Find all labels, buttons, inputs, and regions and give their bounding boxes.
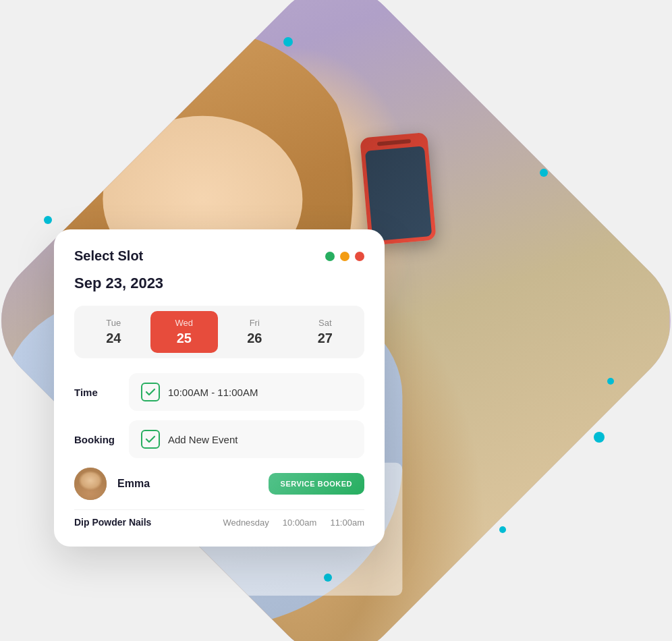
booking-check-icon	[141, 430, 160, 449]
day-num-sat: 27	[318, 331, 333, 346]
booking-value-box[interactable]: Add New Event	[129, 420, 364, 458]
booking-row: Booking Add New Event	[74, 420, 364, 458]
day-item-tue[interactable]: Tue 24	[80, 311, 148, 353]
booking-value: Add New Event	[168, 434, 237, 445]
card-header: Select Slot	[74, 248, 364, 264]
time-row: Time 10:00AM - 11:00AM	[74, 373, 364, 411]
decorative-dot-6	[607, 378, 614, 385]
avatar-inner	[74, 468, 107, 500]
day-num-wed: 25	[177, 331, 192, 346]
day-num-tue: 24	[106, 331, 121, 346]
decorative-dot-7	[499, 526, 506, 533]
service-detail-row: Dip Powder Nails Wednesday 10:00am 11:00…	[74, 509, 364, 528]
service-day: Wednesday	[223, 518, 269, 528]
phone-screen	[365, 146, 432, 241]
dot-green	[325, 252, 335, 261]
time-label: Time	[74, 387, 118, 398]
selected-date: Sep 23, 2023	[74, 275, 364, 292]
time-value: 10:00AM - 11:00AM	[168, 387, 258, 398]
booking-label: Booking	[74, 434, 118, 445]
decorative-dot-2	[540, 169, 548, 177]
user-booking-row: Emma SERVICE BOOKED	[74, 468, 364, 500]
user-name: Emma	[117, 478, 258, 490]
day-selector: Tue 24 Wed 25 Fri 26 Sat 27	[74, 306, 364, 358]
phone-prop	[360, 132, 437, 246]
dot-red	[355, 252, 364, 261]
day-name-tue: Tue	[106, 318, 121, 328]
card-title: Select Slot	[74, 248, 143, 264]
avatar	[74, 468, 107, 500]
day-name-fri: Fri	[250, 318, 260, 328]
decorative-dot-4	[594, 432, 605, 443]
dot-yellow	[340, 252, 349, 261]
decorative-dot-3	[44, 216, 52, 224]
day-item-fri[interactable]: Fri 26	[221, 311, 289, 353]
day-item-sat[interactable]: Sat 27	[291, 311, 360, 353]
day-name-sat: Sat	[318, 318, 332, 328]
day-name-wed: Wed	[175, 318, 194, 328]
time-value-box[interactable]: 10:00AM - 11:00AM	[129, 373, 364, 411]
day-num-fri: 26	[247, 331, 262, 346]
time-check-icon	[141, 383, 160, 401]
decorative-dot-5	[324, 574, 332, 582]
service-name: Dip Powder Nails	[74, 517, 209, 528]
service-booked-button[interactable]: SERVICE BOOKED	[269, 473, 364, 495]
day-item-wed[interactable]: Wed 25	[150, 311, 219, 353]
window-dots	[325, 252, 364, 261]
decorative-dot-1	[283, 37, 293, 47]
service-start: 10:00am	[283, 518, 317, 528]
service-end: 11:00am	[330, 518, 364, 528]
select-slot-card: Select Slot Sep 23, 2023 Tue 24 Wed 25 F…	[54, 229, 385, 547]
